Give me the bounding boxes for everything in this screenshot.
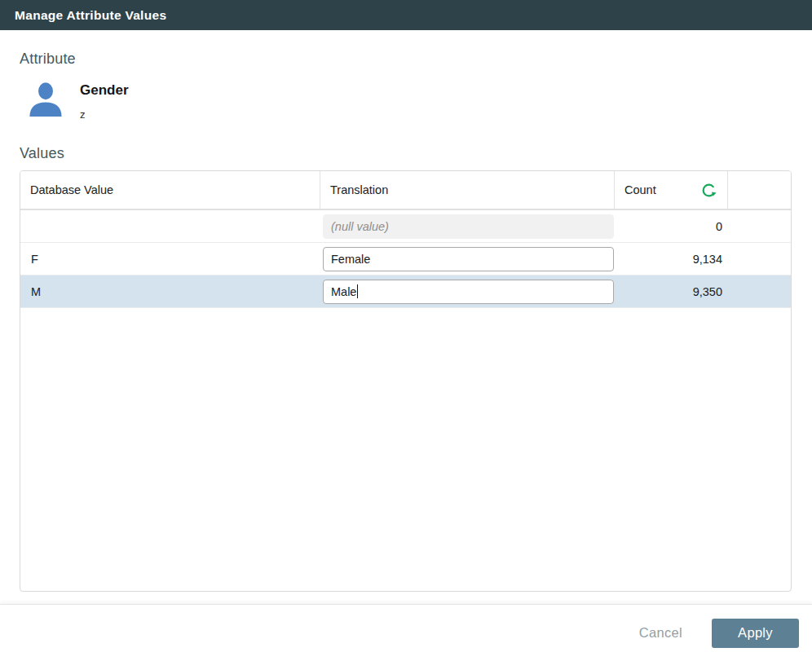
translation-text: Male — [331, 285, 356, 298]
translation-text: Female — [331, 253, 370, 266]
cancel-button[interactable]: Cancel — [639, 625, 682, 641]
text-caret — [357, 284, 358, 298]
table-row-m[interactable]: M Male 9,350 — [20, 275, 791, 308]
dialog-footer: Cancel Apply — [0, 604, 812, 661]
values-section-label: Values — [20, 145, 792, 162]
translation-cell: Male — [320, 280, 614, 304]
column-header-empty — [727, 171, 791, 209]
column-header-count: Count — [614, 171, 727, 209]
translation-cell: (null value) — [320, 214, 614, 239]
table-header-row: Database Value Translation Count — [20, 171, 791, 210]
database-value-cell: M — [20, 285, 320, 298]
table-row-null-value[interactable]: (null value) 0 — [20, 210, 791, 243]
dialog-title: Manage Attribute Values — [15, 8, 166, 23]
database-value-cell: F — [20, 253, 320, 266]
translation-input-male[interactable]: Male — [323, 280, 614, 304]
person-icon — [24, 80, 67, 121]
count-cell: 0 — [614, 220, 727, 233]
attribute-section-label: Attribute — [20, 51, 792, 68]
null-value-placeholder: (null value) — [331, 220, 389, 233]
attribute-summary: Gender z — [24, 80, 792, 121]
refresh-counts-icon[interactable] — [700, 182, 717, 199]
count-cell: 9,134 — [614, 253, 727, 266]
table-row-f[interactable]: F Female 9,134 — [20, 243, 791, 275]
translation-cell: Female — [320, 247, 614, 271]
dialog-body: Attribute Gender z Values Database Value… — [0, 51, 812, 592]
values-table: Database Value Translation Count (null v… — [20, 170, 792, 592]
translation-input-female[interactable]: Female — [323, 247, 614, 271]
apply-button[interactable]: Apply — [712, 619, 799, 648]
count-cell: 9,350 — [614, 285, 727, 298]
column-header-database-value: Database Value — [20, 171, 320, 209]
translation-input-null[interactable]: (null value) — [323, 214, 614, 239]
dialog-titlebar: Manage Attribute Values — [0, 0, 812, 30]
count-header-label: Count — [624, 183, 656, 196]
attribute-description: z — [80, 108, 129, 121]
column-header-translation: Translation — [320, 171, 614, 209]
attribute-name: Gender — [80, 82, 129, 99]
attribute-text: Gender z — [80, 80, 129, 121]
